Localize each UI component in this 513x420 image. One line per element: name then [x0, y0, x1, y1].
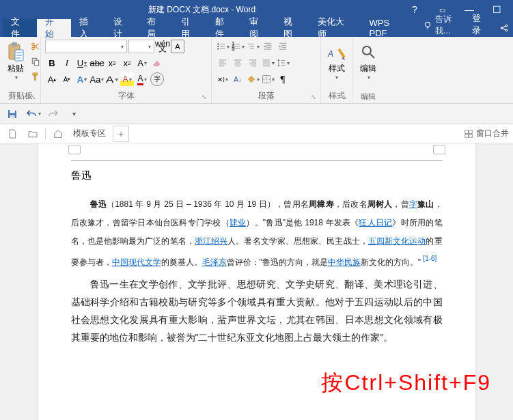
- bulb-icon: [423, 20, 432, 30]
- editing-button[interactable]: 编辑▾: [357, 40, 380, 82]
- save-icon: [6, 108, 18, 120]
- char-shading-button[interactable]: Aa▾: [90, 72, 104, 86]
- tab-view[interactable]: 视图: [275, 19, 309, 37]
- tab-mail[interactable]: 邮件: [207, 19, 241, 37]
- undo-button[interactable]: ▾: [25, 106, 41, 122]
- svg-point-1: [501, 27, 502, 29]
- link-mao-zedong[interactable]: 毛泽东: [202, 257, 227, 267]
- increase-indent-button[interactable]: [276, 40, 290, 53]
- clear-formatting-button[interactable]: [150, 56, 164, 70]
- numbering-button[interactable]: 123▾: [231, 40, 245, 53]
- login-button[interactable]: 登录: [467, 12, 495, 37]
- format-painter-button[interactable]: [29, 70, 42, 83]
- dialog-launcher-icon[interactable]: ⤡: [341, 94, 349, 102]
- tab-file[interactable]: 文件: [3, 19, 37, 37]
- svg-point-11: [217, 44, 219, 45]
- styles-button[interactable]: A 样式▾: [325, 40, 348, 82]
- align-right-button[interactable]: [246, 56, 260, 70]
- enclose-char-button[interactable]: 字: [150, 72, 164, 86]
- link-diary-madman[interactable]: 狂人日记: [359, 218, 392, 227]
- underline-button[interactable]: U▾: [75, 56, 89, 70]
- sort-button[interactable]: A↓: [231, 72, 245, 86]
- italic-button[interactable]: I: [60, 56, 74, 70]
- font-color-button[interactable]: A▾: [135, 72, 149, 86]
- link-may-fourth[interactable]: 五四新文化运动: [368, 236, 426, 246]
- font-name-combo[interactable]: ▾: [45, 40, 127, 53]
- char-border-button[interactable]: A: [171, 40, 184, 53]
- header-marker-left: [68, 145, 81, 154]
- redo-button[interactable]: [45, 106, 61, 122]
- subscript-button[interactable]: x2: [105, 56, 119, 70]
- align-center-button[interactable]: [231, 56, 245, 70]
- save-button[interactable]: [4, 106, 20, 122]
- new-doc-button[interactable]: [4, 127, 20, 141]
- shading-button[interactable]: ▾: [246, 72, 260, 86]
- open-folder-button[interactable]: [25, 127, 41, 141]
- text-direction-button[interactable]: ✕⁞▾: [216, 72, 230, 86]
- link-zi[interactable]: 字: [409, 199, 417, 209]
- tab-beautify[interactable]: 美化大师: [309, 19, 361, 37]
- outdent-icon: [263, 42, 273, 51]
- tell-me[interactable]: 告诉我...: [423, 14, 467, 37]
- tab-insert[interactable]: 插入: [71, 19, 105, 37]
- template-zone-button[interactable]: 模板专区: [70, 128, 109, 139]
- citation-sup[interactable]: [1-6]: [423, 255, 436, 262]
- group-styles: A 样式▾ 样式⤡: [321, 37, 352, 103]
- phonetic-guide-button[interactable]: wén文: [156, 40, 169, 53]
- link-zhejiang[interactable]: 浙江: [195, 236, 211, 246]
- tab-layout[interactable]: 布局: [139, 19, 173, 37]
- highlight-button[interactable]: A▾: [120, 72, 134, 86]
- new-tab-button[interactable]: +: [113, 126, 129, 142]
- paste-button[interactable]: 粘贴 ▾: [4, 40, 27, 82]
- file-icon: [7, 128, 18, 139]
- show-marks-button[interactable]: ¶: [276, 72, 290, 86]
- shrink-font-button[interactable]: A▾: [60, 72, 74, 86]
- link-chinese-nation[interactable]: 中华民族: [328, 257, 361, 267]
- merge-windows-button[interactable]: 窗口合并: [464, 128, 509, 139]
- svg-rect-23: [469, 130, 473, 133]
- decrease-indent-button[interactable]: [261, 40, 275, 53]
- quick-access-toolbar: ▾ ▾: [0, 104, 513, 124]
- dialog-launcher-icon[interactable]: ⤡: [309, 94, 318, 102]
- align-left-button[interactable]: [216, 56, 230, 70]
- group-label-font: 字体⤡: [45, 90, 207, 102]
- svg-rect-25: [469, 134, 473, 137]
- dialog-launcher-icon[interactable]: ⤡: [29, 94, 38, 102]
- tab-wps-pdf[interactable]: WPS PDF: [361, 19, 417, 37]
- multilevel-icon: [247, 42, 256, 51]
- text-effects-button[interactable]: A▾: [75, 72, 89, 86]
- home-tab-icon[interactable]: [50, 127, 66, 141]
- paint-bucket-icon: [247, 74, 256, 84]
- tab-references[interactable]: 引用: [173, 19, 207, 37]
- dialog-launcher-icon[interactable]: ⤡: [200, 94, 208, 102]
- svg-point-2: [505, 25, 507, 26]
- link-dropout[interactable]: 肄业: [230, 218, 246, 227]
- qat-customize-button[interactable]: ▾: [66, 106, 82, 122]
- align-left-icon: [218, 58, 227, 68]
- folder-icon: [27, 128, 38, 139]
- ribbon-display-button[interactable]: ▭: [428, 6, 456, 14]
- align-justify-button[interactable]: ▾: [261, 56, 275, 70]
- document-area[interactable]: 鲁迅 鲁迅（1881 年 9 月 25 日 – 1936 年 10 月 19 日…: [0, 143, 513, 420]
- tab-design[interactable]: 设计: [105, 19, 139, 37]
- tab-review[interactable]: 审阅: [241, 19, 275, 37]
- group-label-styles: 样式⤡: [325, 90, 348, 102]
- grow-font-button[interactable]: A▴: [45, 72, 59, 86]
- copy-button[interactable]: [29, 55, 42, 68]
- multilevel-list-button[interactable]: ▾: [246, 40, 260, 53]
- link-modern-literature[interactable]: 中国现代文学: [112, 257, 161, 267]
- share-icon[interactable]: [495, 19, 513, 37]
- strikethrough-button[interactable]: abc: [90, 56, 104, 70]
- bullets-button[interactable]: ▾: [216, 40, 230, 53]
- superscript-button[interactable]: x2: [120, 56, 134, 70]
- char-scaling-button[interactable]: A▾: [103, 72, 121, 86]
- change-case-button[interactable]: A▾: [135, 56, 149, 70]
- bold-button[interactable]: B: [45, 56, 59, 70]
- borders-button[interactable]: ▾: [261, 72, 275, 86]
- font-size-combo[interactable]: ▾: [128, 40, 154, 53]
- tab-home[interactable]: 开始: [37, 19, 71, 37]
- cut-button[interactable]: [29, 40, 42, 53]
- line-spacing-button[interactable]: ▾: [276, 56, 290, 70]
- paragraph-2: 鲁迅一生在文学创作、文学批评、思想研究、文学史研究、翻译、美术理论引进、基础科学…: [71, 275, 443, 346]
- link-shaoxing[interactable]: 绍兴: [211, 236, 227, 246]
